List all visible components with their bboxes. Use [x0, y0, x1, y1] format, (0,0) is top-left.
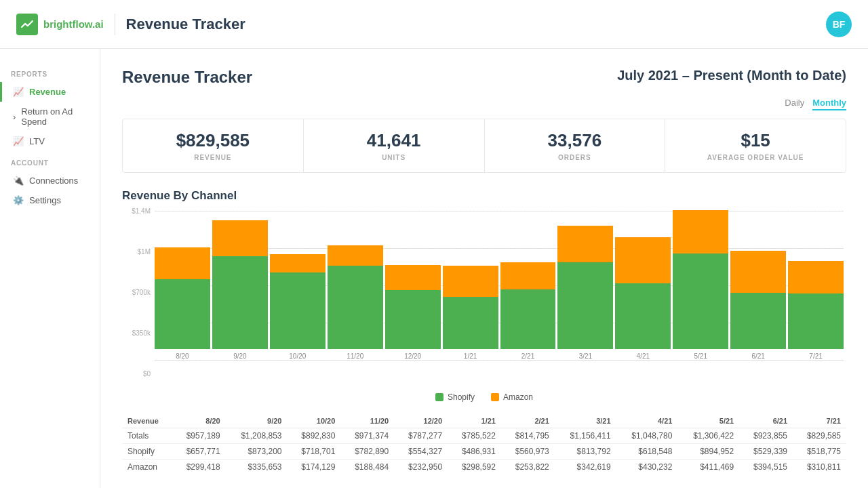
y-axis-label: $1.4M — [132, 207, 155, 215]
kpi-units-label: UNITS — [320, 154, 468, 161]
logo-text: brightflow.ai — [43, 18, 104, 30]
sidebar-item-revenue[interactable]: 📈 Revenue — [0, 82, 100, 102]
ltv-icon: 📈 — [13, 136, 24, 146]
bar-shopify — [155, 279, 210, 349]
sidebar-label-connections: Connections — [29, 176, 78, 186]
bar-amazon — [788, 261, 844, 293]
bar-amazon — [328, 245, 383, 266]
bar-shopify — [212, 256, 268, 349]
header: brightflow.ai Revenue Tracker BF — [0, 0, 868, 49]
bar-group: 11/20 — [328, 245, 383, 360]
col-header: 12/20 — [394, 414, 448, 428]
row-cell: $342,619 — [555, 460, 616, 475]
legend-amazon: Amazon — [491, 392, 533, 402]
row-label: Shopify — [122, 444, 172, 460]
row-cell: $894,952 — [677, 444, 739, 460]
sidebar-item-roas[interactable]: › Return on Ad Spend — [0, 102, 100, 131]
y-axis-label: $0 — [143, 370, 155, 378]
bar-month-label: 7/21 — [809, 352, 822, 360]
bar-amazon — [443, 266, 498, 297]
daily-toggle[interactable]: Daily — [785, 98, 804, 110]
logo-area: brightflow.ai — [16, 14, 104, 35]
bar-stack[interactable] — [673, 210, 728, 349]
bar-shopify — [270, 272, 326, 349]
shopify-legend-label: Shopify — [448, 392, 475, 402]
row-cell: $957,189 — [172, 428, 226, 444]
kpi-orders-value: 33,576 — [501, 130, 649, 151]
kpi-revenue: $829,585 REVENUE — [123, 119, 304, 172]
bar-stack[interactable] — [500, 262, 556, 349]
row-cell: $892,830 — [288, 428, 341, 444]
kpi-aov-value: $15 — [682, 130, 829, 151]
sidebar-label-revenue: Revenue — [29, 87, 66, 97]
col-header-label: Revenue — [122, 414, 172, 428]
row-cell: $618,548 — [616, 444, 678, 460]
page-title: Revenue Tracker — [122, 68, 252, 87]
bar-month-label: 1/21 — [464, 352, 477, 360]
bar-stack[interactable] — [212, 220, 268, 349]
row-cell: $814,795 — [501, 428, 555, 444]
bar-stack[interactable] — [615, 237, 671, 349]
sidebar-label-ltv: LTV — [29, 136, 45, 146]
logo-icon — [16, 14, 38, 35]
row-cell: $1,306,422 — [677, 428, 739, 444]
sidebar-item-settings[interactable]: ⚙️ Settings — [0, 190, 100, 210]
bar-shopify — [385, 290, 441, 349]
grid-line — [155, 360, 844, 361]
table-header-row: Revenue 8/209/2010/2011/2012/201/212/213… — [122, 414, 846, 428]
bar-stack[interactable] — [443, 266, 498, 349]
row-cell: $298,592 — [448, 460, 501, 475]
table-row: Shopify$657,771$873,200$718,701$782,890$… — [122, 444, 846, 460]
chart-legend: Shopify Amazon — [122, 392, 846, 402]
bar-amazon — [673, 210, 728, 253]
sidebar-item-ltv[interactable]: 📈 LTV — [0, 131, 100, 151]
connections-icon: 🔌 — [13, 176, 24, 186]
bar-shopify — [730, 293, 786, 349]
bar-stack[interactable] — [385, 265, 441, 349]
row-cell: $486,931 — [448, 444, 501, 460]
bar-stack[interactable] — [730, 251, 786, 349]
bar-group: 9/20 — [212, 220, 268, 360]
y-axis-label: $1M — [138, 248, 155, 256]
row-label: Totals — [122, 428, 172, 444]
chart-title: Revenue By Channel — [122, 189, 846, 203]
col-header: 2/21 — [501, 414, 555, 428]
bar-amazon — [270, 254, 326, 272]
col-header: 8/20 — [172, 414, 226, 428]
bar-group: 1/21 — [443, 266, 498, 360]
y-axis: $1.4M$1M$700k$350k$0 — [122, 211, 155, 373]
bar-stack[interactable] — [788, 261, 844, 349]
table-row: Totals$957,189$1,208,853$892,830$971,374… — [122, 428, 846, 444]
y-axis-label: $700k — [132, 289, 155, 296]
row-cell: $335,653 — [226, 460, 288, 475]
kpi-revenue-label: REVENUE — [139, 154, 287, 161]
bar-stack[interactable] — [328, 245, 383, 349]
bar-stack[interactable] — [155, 247, 210, 349]
row-cell: $394,515 — [739, 460, 793, 475]
bar-month-label: 10/20 — [289, 352, 306, 360]
row-cell: $529,339 — [739, 444, 793, 460]
sidebar: REPORTS 📈 Revenue › Return on Ad Spend 📈… — [0, 49, 100, 488]
col-header: 6/21 — [739, 414, 793, 428]
bar-group: 5/21 — [673, 210, 728, 360]
bar-stack[interactable] — [270, 254, 326, 349]
monthly-toggle[interactable]: Monthly — [812, 98, 846, 110]
y-axis-label: $350k — [132, 329, 155, 337]
row-cell: $787,277 — [394, 428, 448, 444]
table-body: Totals$957,189$1,208,853$892,830$971,374… — [122, 428, 846, 475]
row-cell: $782,890 — [340, 444, 394, 460]
bar-group: 10/20 — [270, 254, 326, 360]
kpi-aov: $15 AVERAGE ORDER VALUE — [665, 119, 846, 172]
avatar[interactable]: BF — [826, 12, 852, 37]
row-cell: $174,129 — [288, 460, 341, 475]
row-cell: $253,822 — [501, 460, 555, 475]
bar-shopify — [443, 297, 498, 349]
kpi-units-value: 41,641 — [320, 130, 468, 151]
bar-month-label: 3/21 — [579, 352, 592, 360]
bar-month-label: 12/20 — [404, 352, 421, 360]
bar-stack[interactable] — [557, 226, 613, 349]
col-header: 4/21 — [616, 414, 678, 428]
reports-section-label: REPORTS — [0, 70, 100, 78]
bar-amazon — [615, 237, 671, 283]
sidebar-item-connections[interactable]: 🔌 Connections — [0, 171, 100, 190]
